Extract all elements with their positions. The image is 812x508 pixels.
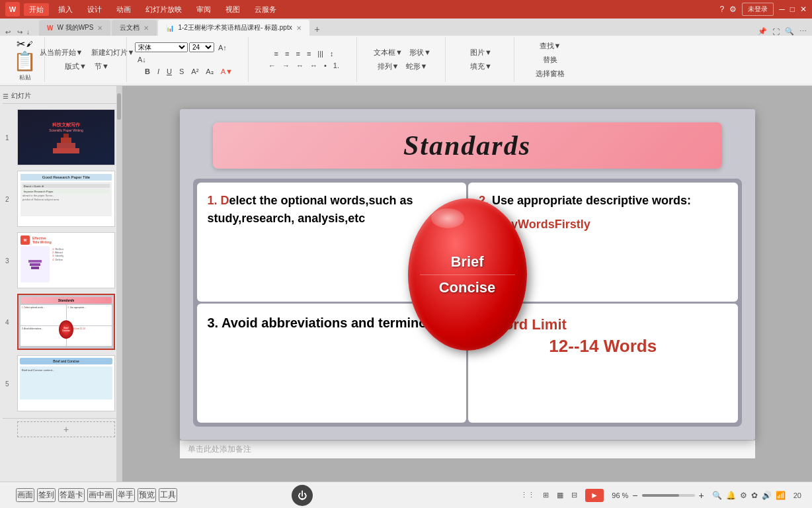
flower-icon[interactable]: ✿ [751, 491, 758, 500]
align-right-btn[interactable]: ≡ [293, 48, 302, 59]
tab-close-cloud[interactable]: ✕ [143, 24, 149, 32]
text-color-btn[interactable]: A▼ [218, 66, 235, 77]
menu-design[interactable]: 设计 [82, 3, 107, 16]
add-slide-button[interactable]: + [17, 421, 115, 437]
format-brush-icon[interactable]: 🖌 [26, 40, 33, 48]
new-tab-button[interactable]: + [311, 22, 324, 36]
settings-sys-icon[interactable]: ⚙ [740, 491, 747, 500]
tab-presentation[interactable]: 📊 1-2王榭彬学术英语精品课程- 标题.pptx ✕ [158, 20, 309, 36]
search-sys-icon[interactable]: 🔍 [712, 491, 722, 500]
close-icon[interactable]: ✕ [800, 5, 807, 14]
notes-placeholder[interactable]: 单击此处添加备注 [188, 444, 251, 455]
font-size-up-btn[interactable]: A↑ [216, 42, 229, 53]
more-icon[interactable]: ⋯ [799, 27, 807, 36]
zoom-slider[interactable] [642, 494, 695, 497]
scroll-icon[interactable]: ⋮⋮ [520, 491, 535, 499]
play-button[interactable]: ▶ [585, 489, 604, 502]
tab-close-mywps[interactable]: ✕ [97, 24, 102, 32]
settings-icon[interactable]: ⚙ [729, 5, 737, 14]
format-btn[interactable]: 版式▼ [62, 60, 89, 73]
indent-more-btn[interactable]: → [280, 60, 292, 71]
volume-icon[interactable]: 🔊 [762, 491, 772, 500]
main-slide[interactable]: Standards 1. Delect the optional words,s… [180, 109, 755, 440]
login-button[interactable]: 未登录 [742, 3, 774, 16]
app-logo[interactable]: W [5, 2, 20, 17]
search-icon[interactable]: 🔍 [785, 27, 794, 36]
zoom-minus-btn[interactable]: − [632, 490, 637, 501]
slide-thumb-3[interactable]: W EffectiveTitle Writing [17, 232, 115, 288]
tab-close-presentation[interactable]: ✕ [296, 24, 302, 32]
status-pip-btn[interactable]: 画中画 [87, 488, 114, 502]
replace-btn[interactable]: 替换 [540, 54, 560, 66]
superscript-btn[interactable]: A² [188, 66, 201, 77]
col-btn[interactable]: ||| [315, 48, 326, 59]
panel-menu-icon[interactable]: ☰ [3, 93, 9, 100]
picture-btn[interactable]: 图片▼ [467, 46, 495, 59]
slide-thumb-2[interactable]: Good Research Paper Title Brand ≈ Guide … [17, 171, 115, 227]
from-current-btn[interactable]: 从当前开始▼ [37, 46, 86, 59]
numbering-btn[interactable]: 1. [331, 60, 342, 71]
slide-thumb-5[interactable]: Brief and Concise Brief and Concise cont… [17, 355, 115, 411]
menu-insert[interactable]: 插入 [53, 3, 78, 16]
textbox-btn[interactable]: 文本框▼ [371, 46, 405, 59]
status-answer-btn[interactable]: 答题卡 [58, 488, 85, 502]
paste-icon[interactable]: 📋 [13, 50, 36, 72]
line-spacing-btn[interactable]: ↕ [327, 48, 337, 59]
align-center-btn[interactable]: ≡ [282, 48, 292, 59]
slide-scrollbar[interactable] [116, 86, 122, 482]
slide-thumb-1[interactable]: 科技文献写作 Scientific Paper Writing [17, 109, 115, 165]
arrange-btn[interactable]: 排列▼ [375, 60, 402, 73]
minimize-icon[interactable]: ─ [779, 5, 785, 14]
undo-button[interactable]: ↩ [5, 28, 11, 36]
section-btn[interactable]: 节▼ [92, 60, 112, 73]
rtl-btn[interactable]: ↔ [294, 60, 306, 71]
grid-icon[interactable]: ⊞ [543, 491, 549, 499]
font-size-select[interactable]: 24 [189, 42, 214, 52]
ltr-btn[interactable]: ↔ [307, 60, 320, 71]
redo-button[interactable]: ↪ [17, 28, 22, 36]
menu-review[interactable]: 审阅 [191, 3, 216, 16]
fill-btn[interactable]: 填充▼ [467, 60, 495, 73]
status-hand-btn[interactable]: 举手 [116, 488, 135, 502]
center-oval[interactable]: Brief Concise [408, 198, 527, 351]
pin-icon[interactable]: 📌 [758, 27, 767, 36]
slide-scroll-thumb[interactable] [117, 93, 121, 120]
wifi-icon[interactable]: 📶 [776, 491, 786, 500]
help-icon[interactable]: ? [720, 5, 725, 14]
menu-cloud[interactable]: 云服务 [249, 3, 282, 16]
shape-btn[interactable]: 形状▼ [407, 46, 434, 59]
font-family-select[interactable]: 宋体 [135, 42, 188, 52]
snake-btn[interactable]: 蛇形▼ [403, 60, 430, 73]
fullscreen-icon[interactable]: ⛶ [772, 28, 780, 36]
notification-icon[interactable]: 🔔 [726, 491, 736, 500]
slide-thumb-4[interactable]: Standards 1. Delect optional words... 2.… [17, 294, 115, 350]
strikethrough-btn[interactable]: S [177, 66, 186, 77]
underline-btn[interactable]: U [164, 66, 175, 77]
find-btn[interactable]: 查找▼ [537, 40, 564, 52]
full-grid-icon[interactable]: ⊟ [571, 491, 577, 499]
select-window-btn[interactable]: 选择窗格 [533, 67, 567, 80]
status-panel-btn[interactable]: 画面 [16, 488, 34, 502]
align-justify-btn[interactable]: ≡ [304, 48, 313, 59]
cut-icon[interactable]: ✂ [17, 38, 25, 50]
status-signup-btn[interactable]: 签到 [37, 488, 56, 502]
menu-slideshow[interactable]: 幻灯片放映 [140, 3, 187, 16]
maximize-icon[interactable]: □ [790, 5, 795, 14]
italic-btn[interactable]: I [155, 66, 162, 77]
tab-cloud[interactable]: 云文档 ✕ [112, 20, 157, 36]
status-tools-btn[interactable]: 工具 [159, 488, 177, 502]
tab-mywps[interactable]: W W 我的WPS ✕ [39, 20, 110, 36]
align-left-btn[interactable]: ≡ [272, 48, 281, 59]
save-button[interactable]: ↓ [26, 28, 30, 36]
status-preview-btn[interactable]: 预览 [138, 488, 156, 502]
font-size-down-btn[interactable]: A↓ [135, 54, 149, 65]
menu-view[interactable]: 视图 [220, 3, 245, 16]
list-icon[interactable]: ▦ [557, 491, 563, 499]
bullets-btn[interactable]: • [321, 60, 329, 71]
menu-start[interactable]: 开始 [24, 3, 49, 16]
menu-animation[interactable]: 动画 [111, 3, 136, 16]
indent-less-btn[interactable]: ← [266, 60, 278, 71]
bold-btn[interactable]: B [142, 66, 153, 77]
zoom-plus-btn[interactable]: + [699, 490, 704, 501]
power-button[interactable]: ⏻ [292, 485, 313, 506]
